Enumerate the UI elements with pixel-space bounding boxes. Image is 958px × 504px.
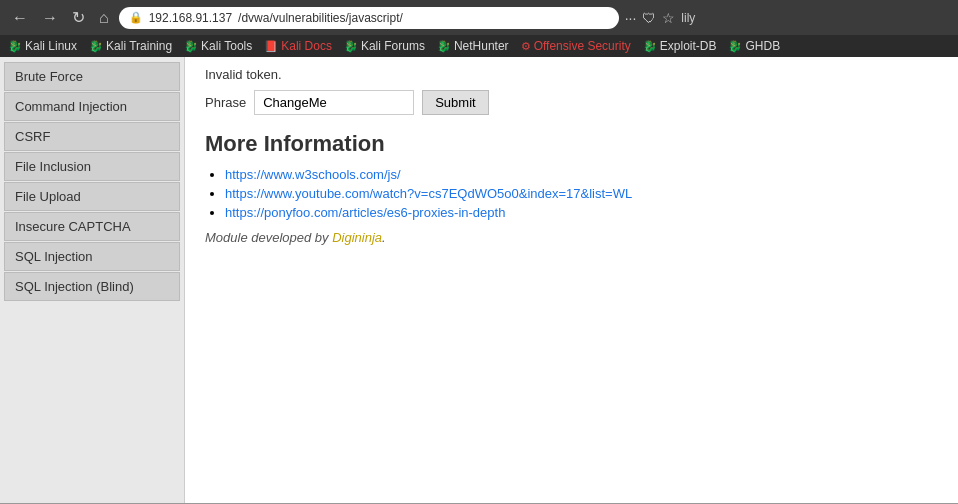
sidebar-item-csrf[interactable]: CSRF [4,122,180,151]
kali-training-icon: 🐉 [89,40,103,53]
digininja-link[interactable]: Digininja [332,230,382,245]
star-button[interactable]: ☆ [662,10,675,26]
ghdb-icon: 🐉 [728,40,742,53]
sidebar-item-file-upload[interactable]: File Upload [4,182,180,211]
forward-button[interactable]: → [38,7,62,29]
content-area: Invalid token. Phrase Submit More Inform… [185,57,958,503]
sidebar-item-sql-injection[interactable]: SQL Injection [4,242,180,271]
bookmark-offensive-security[interactable]: ⚙Offensive Security [521,39,631,53]
sidebar-item-insecure-captcha[interactable]: Insecure CAPTCHA [4,212,180,241]
bookmark-nethunter[interactable]: 🐉NetHunter [437,39,509,53]
url-path: /dvwa/vulnerabilities/javascript/ [238,11,403,25]
link-ponyfoo[interactable]: https://ponyfoo.com/articles/es6-proxies… [225,205,505,220]
more-button[interactable]: ··· [625,10,637,26]
sidebar-item-brute-force[interactable]: Brute Force [4,62,180,91]
offensive-security-icon: ⚙ [521,40,531,53]
more-info-title: More Information [205,131,938,157]
exploit-db-icon: 🐉 [643,40,657,53]
sidebar-item-sql-injection-blind[interactable]: SQL Injection (Blind) [4,272,180,301]
list-item: https://ponyfoo.com/articles/es6-proxies… [225,205,938,220]
bookmark-kali-tools[interactable]: 🐉Kali Tools [184,39,252,53]
list-item: https://www.youtube.com/watch?v=cs7EQdWO… [225,186,938,201]
kali-linux-icon: 🐉 [8,40,22,53]
kali-forums-icon: 🐉 [344,40,358,53]
list-item: https://www.w3schools.com/js/ [225,167,938,182]
bookmark-kali-forums[interactable]: 🐉Kali Forums [344,39,425,53]
kali-docs-icon: 📕 [264,40,278,53]
more-info-links: https://www.w3schools.com/js/ https://ww… [205,167,938,220]
invalid-token-text: Invalid token. [205,67,938,82]
extensions-button[interactable]: 🛡 [642,10,656,26]
sidebar-item-file-inclusion[interactable]: File Inclusion [4,152,180,181]
bookmark-exploit-db[interactable]: 🐉Exploit-DB [643,39,717,53]
bookmarks-bar: 🐉Kali Linux 🐉Kali Training 🐉Kali Tools 📕… [0,35,958,57]
bookmark-ghdb[interactable]: 🐉GHDB [728,39,780,53]
browser-action-icons: ··· 🛡 ☆ lily [625,10,696,26]
phrase-input[interactable] [254,90,414,115]
url-prefix: 192.168.91.137 [149,11,232,25]
phrase-row: Phrase Submit [205,90,938,115]
submit-button[interactable]: Submit [422,90,488,115]
link-w3schools[interactable]: https://www.w3schools.com/js/ [225,167,401,182]
address-bar[interactable]: 🔒 192.168.91.137/dvwa/vulnerabilities/ja… [119,7,619,29]
more-info-section: More Information https://www.w3schools.c… [205,131,938,245]
phrase-label: Phrase [205,95,246,110]
lily-button[interactable]: lily [681,11,695,25]
bookmark-kali-training[interactable]: 🐉Kali Training [89,39,172,53]
module-dev-text: Module developed by Digininja. [205,230,938,245]
bookmark-kali-linux[interactable]: 🐉Kali Linux [8,39,77,53]
sidebar-item-command-injection[interactable]: Command Injection [4,92,180,121]
sidebar: Brute Force Command Injection CSRF File … [0,57,185,503]
reload-button[interactable]: ↻ [68,6,89,29]
lock-icon: 🔒 [129,11,143,24]
link-youtube[interactable]: https://www.youtube.com/watch?v=cs7EQdWO… [225,186,632,201]
nethunter-icon: 🐉 [437,40,451,53]
bookmark-kali-docs[interactable]: 📕Kali Docs [264,39,332,53]
main-area: Brute Force Command Injection CSRF File … [0,57,958,503]
browser-toolbar: ← → ↻ ⌂ 🔒 192.168.91.137/dvwa/vulnerabil… [0,0,958,35]
home-button[interactable]: ⌂ [95,7,113,29]
back-button[interactable]: ← [8,7,32,29]
kali-tools-icon: 🐉 [184,40,198,53]
